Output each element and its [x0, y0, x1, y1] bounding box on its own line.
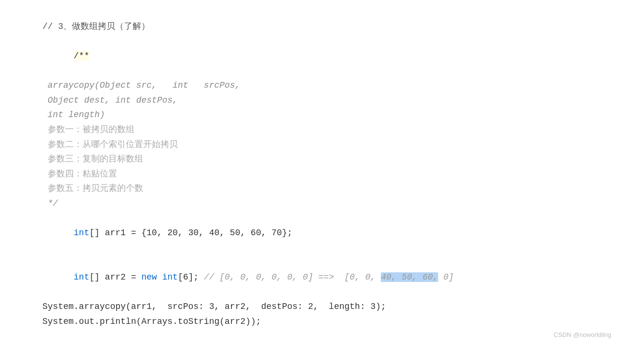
arr2-declaration: int[] arr2 = new int[6]; // [0, 0, 0, 0,… [42, 255, 602, 299]
watermark: CSDN @noworldling [554, 331, 611, 338]
println-call: System.out.println(Arrays.toString(arr2)… [42, 314, 602, 329]
highlighted-values: 40, 50, 60, [381, 272, 438, 282]
javadoc-line2: Object dest, int destPos, [42, 93, 602, 108]
param3: 参数三：复制的目标数组 [42, 152, 602, 167]
javadoc-line3: int length) [42, 107, 602, 122]
arr1-declaration: int[] arr1 = {10, 20, 30, 40, 50, 60, 70… [42, 211, 602, 255]
code-container: // 3、做数组拷贝（了解） /** arraycopy(Object src,… [23, 5, 621, 343]
param2: 参数二：从哪个索引位置开始拷贝 [42, 137, 602, 152]
arraycopy-call: System.arraycopy(arr1, srcPos: 3, arr2, … [42, 299, 602, 314]
param5: 参数五：拷贝元素的个数 [42, 181, 602, 196]
javadoc-close: */ [42, 196, 602, 211]
code-block: // 3、做数组拷贝（了解） /** arraycopy(Object src,… [42, 19, 602, 329]
section-comment: // 3、做数组拷贝（了解） [42, 19, 602, 34]
param1: 参数一：被拷贝的数组 [42, 122, 602, 137]
javadoc-line1: arraycopy(Object src, int srcPos, [42, 78, 602, 93]
param4: 参数四：粘贴位置 [42, 167, 602, 182]
javadoc-open: /** [42, 34, 602, 78]
